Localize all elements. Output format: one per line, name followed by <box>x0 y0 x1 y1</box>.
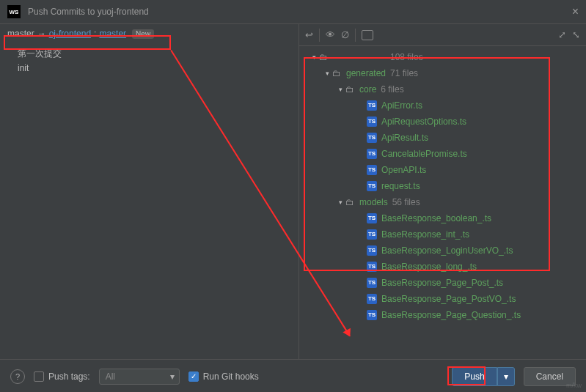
run-hooks-label: Run Git hooks <box>203 371 259 382</box>
tree-file[interactable]: TSBaseResponse_Page_Question_.ts <box>299 307 586 323</box>
tree-file[interactable]: TSBaseResponse_int_.ts <box>299 226 586 243</box>
file-label: request.ts <box>381 181 420 191</box>
files-pane: ↩ 👁 ∅ ⤢ ⤡ ▾ 🗀 108 files ▾ 🗀 generated 71… <box>299 24 586 359</box>
ts-file-icon: TS <box>367 229 377 240</box>
help-button[interactable]: ? <box>10 369 25 384</box>
close-icon[interactable]: × <box>572 5 579 18</box>
ts-file-icon: TS <box>367 100 377 111</box>
checkbox-icon[interactable] <box>34 371 44 382</box>
ts-file-icon: TS <box>367 133 377 143</box>
back-arrow-icon[interactable]: ↩ <box>305 29 313 40</box>
ts-file-icon: TS <box>367 310 377 320</box>
file-label: ApiResult.ts <box>381 133 428 143</box>
commits-pane: master → oj-frontend : master New 第一次提交 … <box>0 24 299 359</box>
app-logo: WS <box>7 5 21 18</box>
tree-file[interactable]: TSApiRequestOptions.ts <box>299 114 586 130</box>
push-tags-select[interactable]: All <box>99 369 180 385</box>
tree-file[interactable]: TSBaseResponse_long_.ts <box>299 259 586 275</box>
push-button-group: Push ▾ <box>452 367 514 386</box>
push-tags-checkbox[interactable]: Push tags: <box>34 371 90 382</box>
ts-file-icon: TS <box>367 245 377 256</box>
file-label: CancelablePromise.ts <box>381 149 467 159</box>
local-branch: master <box>7 29 34 39</box>
commit-item[interactable]: init <box>0 62 299 75</box>
file-label: BaseResponse_boolean_.ts <box>381 213 491 223</box>
window-title: Push Commits to yuoj-frontend <box>28 7 572 17</box>
file-label: BaseResponse_Page_Question_.ts <box>381 310 521 320</box>
remote-repo-link[interactable]: oj-frontend <box>49 29 91 39</box>
file-count: 6 files <box>381 84 403 95</box>
push-button[interactable]: Push <box>452 367 497 386</box>
arrow-icon: → <box>37 29 46 39</box>
folder-icon: 🗀 <box>332 68 342 78</box>
tree-file[interactable]: TSBaseResponse_boolean_.ts <box>299 210 586 226</box>
ts-file-icon: TS <box>367 117 377 127</box>
ts-file-icon: TS <box>367 213 377 223</box>
eye-icon[interactable]: 👁 <box>326 29 335 40</box>
ts-file-icon: TS <box>367 262 377 272</box>
push-dropdown[interactable]: ▾ <box>497 367 515 386</box>
tree-folder[interactable]: ▾ 🗀 core 6 files <box>299 81 586 97</box>
file-tree[interactable]: ▾ 🗀 108 files ▾ 🗀 generated 71 files ▾ 🗀… <box>299 46 586 359</box>
push-tags-label: Push tags: <box>48 371 90 382</box>
chevron-down-icon[interactable]: ▾ <box>310 53 318 61</box>
tree-file[interactable]: TSApiError.ts <box>299 97 586 114</box>
folder-label: core <box>359 84 376 95</box>
expand-icon[interactable]: ⤢ <box>558 29 566 40</box>
branch-sep: : <box>94 29 96 39</box>
folder-label: models <box>359 197 388 207</box>
ts-file-icon: TS <box>367 165 377 175</box>
remote-branch-link[interactable]: master <box>99 29 126 39</box>
file-label: ApiError.ts <box>381 100 422 111</box>
tree-file[interactable]: TSBaseResponse_LoginUserVO_.ts <box>299 243 586 259</box>
file-count: 71 files <box>390 68 418 78</box>
chevron-down-icon[interactable]: ▾ <box>336 86 345 93</box>
folder-icon: 🗀 <box>318 52 329 62</box>
branch-bar: master → oj-frontend : master New <box>0 24 299 43</box>
group-icon[interactable] <box>362 30 373 40</box>
ts-file-icon: TS <box>367 294 377 304</box>
file-count: 56 files <box>392 197 420 207</box>
ts-file-icon: TS <box>367 149 377 159</box>
commit-list: 第一次提交 init <box>0 43 299 359</box>
commit-item[interactable]: 第一次提交 <box>0 46 299 62</box>
tree-folder[interactable]: ▾ 🗀 models 56 files <box>299 194 586 210</box>
tree-file[interactable]: TSBaseResponse_Page_PostVO_.ts <box>299 291 586 307</box>
tree-file[interactable]: TSOpenAPI.ts <box>299 162 586 178</box>
folder-icon: 🗀 <box>345 197 355 207</box>
chevron-down-icon[interactable]: ▾ <box>336 199 345 206</box>
checkbox-icon[interactable] <box>188 371 199 382</box>
file-label: ApiRequestOptions.ts <box>381 117 466 127</box>
files-toolbar: ↩ 👁 ∅ ⤢ ⤡ <box>299 24 586 46</box>
tag-icon[interactable]: ∅ <box>341 29 349 40</box>
run-hooks-checkbox[interactable]: Run Git hooks <box>188 371 259 382</box>
new-badge: New <box>132 29 154 39</box>
file-label: OpenAPI.ts <box>381 165 426 175</box>
tree-root[interactable]: ▾ 🗀 108 files <box>299 49 586 65</box>
ts-file-icon: TS <box>367 278 377 288</box>
tree-file[interactable]: TSCancelablePromise.ts <box>299 146 586 162</box>
tree-file[interactable]: TSBaseResponse_Page_Post_.ts <box>299 275 586 291</box>
tree-folder[interactable]: ▾ 🗀 generated 71 files <box>299 65 586 81</box>
file-count: 108 files <box>390 52 423 62</box>
chevron-down-icon[interactable]: ▾ <box>323 70 332 77</box>
cancel-button[interactable]: Cancel <box>524 367 576 386</box>
dialog-footer: ? Push tags: All Run Git hooks Push ▾ Ca… <box>0 359 586 392</box>
folder-icon: 🗀 <box>345 84 355 95</box>
file-label: BaseResponse_long_.ts <box>381 262 477 272</box>
folder-label: generated <box>346 68 386 78</box>
file-label: BaseResponse_Page_Post_.ts <box>381 278 503 288</box>
file-label: BaseResponse_LoginUserVO_.ts <box>381 245 513 256</box>
ts-file-icon: TS <box>367 181 377 191</box>
tree-file[interactable]: TSApiResult.ts <box>299 130 586 146</box>
collapse-icon[interactable]: ⤡ <box>572 29 580 40</box>
file-label: BaseResponse_Page_PostVO_.ts <box>381 294 516 304</box>
tree-file[interactable]: TSrequest.ts <box>299 178 586 194</box>
file-label: BaseResponse_int_.ts <box>381 229 469 240</box>
